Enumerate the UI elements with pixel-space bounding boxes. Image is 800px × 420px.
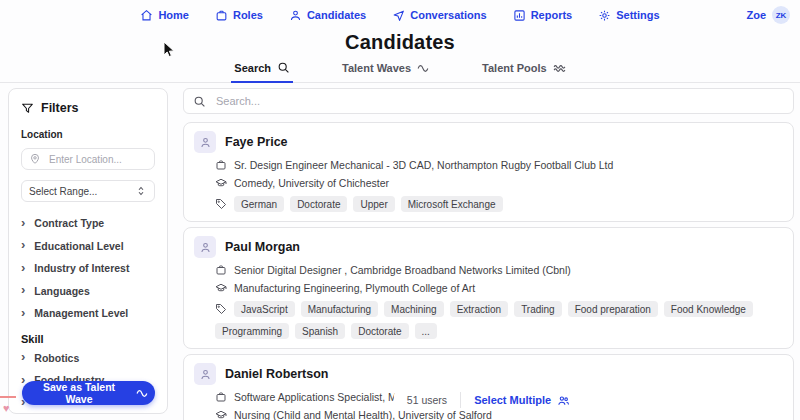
heart-icon: ♥ <box>3 402 10 414</box>
tab-label: Search <box>234 62 271 74</box>
tag-chip: Extraction <box>450 301 508 317</box>
tag-chip: Upper <box>353 196 394 212</box>
nav-item-reports[interactable]: Reports <box>513 9 573 22</box>
nav-item-home[interactable]: Home <box>140 9 189 22</box>
search-input[interactable] <box>214 94 784 108</box>
nav-label: Settings <box>616 9 659 21</box>
tab-label: Talent Pools <box>482 62 547 74</box>
footer-pill: 51 users Select Multiple <box>394 390 583 410</box>
tag-icon <box>215 198 227 210</box>
candidate-card[interactable]: Paul Morgan Senior Digital Designer , Ca… <box>183 227 794 349</box>
nav-item-settings[interactable]: Settings <box>598 9 659 22</box>
chevron-right-icon: › <box>21 216 25 229</box>
candidate-tags: GermanDoctorateUpperMicrosoft Exchange <box>215 196 783 212</box>
candidate-job-row: Sr. Design Engineer Mechanical - 3D CAD,… <box>215 159 783 171</box>
user-menu[interactable]: Zoe ZK <box>746 6 790 24</box>
tab-search[interactable]: Search <box>231 57 293 83</box>
filter-group-label: Industry of Interest <box>34 262 129 274</box>
candidate-header: Paul Morgan <box>194 236 783 258</box>
range-select[interactable]: Select Range... <box>21 180 155 202</box>
candidate-avatar <box>194 236 216 258</box>
waves-icon <box>553 62 566 75</box>
briefcase-icon <box>215 9 228 22</box>
tag-chip: Manufacturing <box>301 301 378 317</box>
tab-talent-pools[interactable]: Talent Pools <box>479 57 569 82</box>
candidate-education: Manufacturing Engineering, Plymouth Coll… <box>234 282 475 294</box>
chevron-right-icon: › <box>21 238 25 251</box>
candidate-card[interactable]: Daniel Robertson Software Applications S… <box>183 354 794 420</box>
nav-item-conversations[interactable]: Conversations <box>392 9 486 22</box>
home-icon <box>140 9 153 22</box>
wave-icon <box>417 62 430 75</box>
save-talent-wave-button[interactable]: Save as Talent Wave <box>22 381 155 405</box>
filter-group-label: Management Level <box>34 307 128 319</box>
skill-filter-item[interactable]: › Robotics <box>21 347 155 370</box>
users-icon <box>557 394 570 407</box>
candidate-education-row: Comedy, University of Chichester <box>215 177 783 189</box>
tag-chip: ... <box>415 323 437 339</box>
page-title: Candidates <box>0 31 800 54</box>
filter-group-item[interactable]: › Industry of Interest <box>21 257 155 280</box>
chevron-right-icon: › <box>21 283 25 296</box>
tag-chip: Doctorate <box>290 196 347 212</box>
candidate-education: Comedy, University of Chichester <box>234 177 389 189</box>
location-input[interactable] <box>47 153 147 166</box>
tag-chip: Spanish <box>295 323 345 339</box>
candidate-list: Faye Price Sr. Design Engineer Mechanica… <box>183 122 794 420</box>
chart-icon <box>513 9 526 22</box>
nav-label: Candidates <box>307 9 366 21</box>
chevron-right-icon: › <box>21 350 25 363</box>
candidate-search <box>183 88 794 114</box>
filter-group-item[interactable]: › Management Level <box>21 302 155 325</box>
search-icon <box>193 95 206 108</box>
range-select-value: Select Range... <box>29 186 97 197</box>
tag-chip: Microsoft Exchange <box>401 196 503 212</box>
candidate-card[interactable]: Faye Price Sr. Design Engineer Mechanica… <box>183 122 794 222</box>
filter-group-item[interactable]: › Languages <box>21 280 155 303</box>
select-multiple-button[interactable]: Select Multiple <box>461 394 583 407</box>
filter-group-item[interactable]: › Contract Type <box>21 212 155 235</box>
location-label: Location <box>21 129 155 140</box>
wave-icon <box>136 387 149 400</box>
candidate-name: Paul Morgan <box>225 240 300 254</box>
tag-icon <box>215 303 227 315</box>
tag-chip: Doctorate <box>351 323 408 339</box>
candidate-job: Senior Digital Designer , Cambridge Broa… <box>234 264 571 276</box>
person-icon <box>199 368 212 381</box>
tab-label: Talent Waves <box>342 62 411 74</box>
filters-sidebar: Filters Location Select Range... › Contr… <box>8 88 168 414</box>
candidate-job: Sr. Design Engineer Mechanical - 3D CAD,… <box>234 159 613 171</box>
select-multiple-label: Select Multiple <box>474 394 551 406</box>
person-icon <box>289 9 302 22</box>
tab-talent-waves[interactable]: Talent Waves <box>339 57 433 82</box>
nav-label: Home <box>158 9 189 21</box>
tag-chip: Food preparation <box>568 301 658 317</box>
candidate-job-row: Senior Digital Designer , Cambridge Broa… <box>215 264 783 276</box>
send-icon <box>392 9 405 22</box>
candidate-avatar <box>194 363 216 385</box>
candidates-page: Home Roles Candidates Conversations Repo… <box>0 0 800 420</box>
stepper-icon <box>135 185 147 197</box>
nav-item-roles[interactable]: Roles <box>215 9 263 22</box>
search-icon <box>277 61 290 74</box>
skill-filter-item-hidden[interactable]: › <box>21 414 155 420</box>
candidate-name: Daniel Robertson <box>225 367 329 381</box>
map-pin-icon <box>29 153 41 165</box>
nav-label: Reports <box>531 9 573 21</box>
person-icon <box>199 136 212 149</box>
skill-section-label: Skill <box>21 333 155 345</box>
filter-group-label: Languages <box>34 285 89 297</box>
chevron-right-icon: › <box>21 306 25 319</box>
nav-item-candidates[interactable]: Candidates <box>289 9 366 22</box>
filter-groups: › Contract Type › Educational Level › In… <box>21 212 155 325</box>
filter-group-item[interactable]: › Educational Level <box>21 235 155 258</box>
nav-label: Conversations <box>410 9 486 21</box>
user-avatar[interactable]: ZK <box>772 6 790 24</box>
location-input-wrap <box>21 148 155 170</box>
tabs: Search Talent Waves Talent Pools <box>0 57 800 83</box>
tag-chip: German <box>234 196 284 212</box>
users-count: 51 users <box>394 394 460 406</box>
filter-group-label: Educational Level <box>34 240 123 252</box>
results-panel: Faye Price Sr. Design Engineer Mechanica… <box>183 88 794 420</box>
candidate-education: Nursing (Child and Mental Health), Unive… <box>234 409 492 420</box>
